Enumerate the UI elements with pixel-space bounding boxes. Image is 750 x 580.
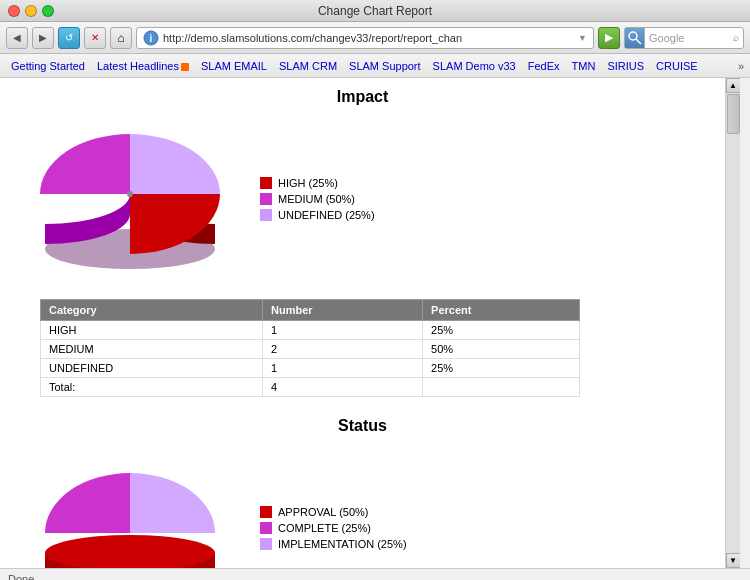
legend-item-undefined: UNDEFINED (25%) [260, 209, 375, 221]
nav-sirius[interactable]: SIRIUS [602, 58, 649, 74]
svg-point-5 [127, 191, 133, 197]
svg-line-3 [636, 39, 641, 44]
impact-title: Impact [20, 88, 705, 106]
address-text: http://demo.slamsolutions.com/changev33/… [163, 32, 574, 44]
legend-color-high [260, 177, 272, 189]
back-button[interactable]: ◀ [6, 27, 28, 49]
nav-slam-email[interactable]: SLAM EMAIL [196, 58, 272, 74]
row-total-percent [423, 378, 580, 397]
legend-item-implementation: IMPLEMENTATION (25%) [260, 538, 407, 550]
close-button[interactable] [8, 5, 20, 17]
browser-toolbar: ◀ ▶ ↺ ✕ ⌂ i http://demo.slamsolutions.co… [0, 22, 750, 54]
legend-item-complete: COMPLETE (25%) [260, 522, 407, 534]
legend-item-approval: APPROVAL (50%) [260, 506, 407, 518]
row-medium-category: MEDIUM [41, 340, 263, 359]
table-row: HIGH 1 25% [41, 321, 580, 340]
nav-bar: Getting Started Latest Headlines SLAM EM… [0, 54, 750, 78]
col-percent: Percent [423, 300, 580, 321]
window-title: Change Chart Report [318, 4, 432, 18]
maximize-button[interactable] [42, 5, 54, 17]
row-medium-number: 2 [262, 340, 422, 359]
scroll-down-button[interactable]: ▼ [726, 553, 741, 568]
forward-button[interactable]: ▶ [32, 27, 54, 49]
nav-latest-headlines[interactable]: Latest Headlines [92, 58, 194, 74]
legend-color-implementation [260, 538, 272, 550]
status-text: Done [8, 573, 34, 581]
status-bar: Done [0, 568, 750, 580]
legend-label-medium: MEDIUM (50%) [278, 193, 355, 205]
col-number: Number [262, 300, 422, 321]
impact-pie-chart [20, 114, 240, 284]
col-category: Category [41, 300, 263, 321]
home-button[interactable]: ⌂ [110, 27, 132, 49]
row-high-percent: 25% [423, 321, 580, 340]
row-undefined-number: 1 [262, 359, 422, 378]
search-engine-icon [625, 28, 645, 48]
table-row: MEDIUM 2 50% [41, 340, 580, 359]
scroll-up-button[interactable]: ▲ [726, 78, 741, 93]
scrollbar[interactable]: ▲ ▼ [725, 78, 740, 568]
legend-color-complete [260, 522, 272, 534]
main-content: Impact [0, 78, 725, 568]
row-undefined-category: UNDEFINED [41, 359, 263, 378]
row-total-label: Total: [41, 378, 263, 397]
row-high-category: HIGH [41, 321, 263, 340]
refresh-button[interactable]: ↺ [58, 27, 80, 49]
status-pie-chart [20, 443, 240, 568]
legend-color-medium [260, 193, 272, 205]
search-bar[interactable]: Google ⌕ [624, 27, 744, 49]
address-icon: i [143, 30, 159, 46]
legend-item-high: HIGH (25%) [260, 177, 375, 189]
address-dropdown[interactable]: ▼ [578, 33, 587, 43]
nav-getting-started[interactable]: Getting Started [6, 58, 90, 74]
impact-table: Category Number Percent HIGH 1 25% MEDIU… [40, 299, 580, 397]
status-legend: APPROVAL (50%) COMPLETE (25%) IMPLEMENTA… [260, 506, 407, 550]
svg-text:i: i [150, 33, 153, 44]
legend-color-approval [260, 506, 272, 518]
window-controls [8, 5, 54, 17]
table-header-row: Category Number Percent [41, 300, 580, 321]
go-button[interactable]: ▶ [598, 27, 620, 49]
status-title: Status [20, 417, 705, 435]
search-input[interactable]: Google [645, 32, 729, 44]
row-medium-percent: 50% [423, 340, 580, 359]
nav-slam-crm[interactable]: SLAM CRM [274, 58, 342, 74]
nav-slam-demo[interactable]: SLAM Demo v33 [428, 58, 521, 74]
address-bar[interactable]: i http://demo.slamsolutions.com/changev3… [136, 27, 594, 49]
impact-legend: HIGH (25%) MEDIUM (50%) UNDEFINED (25%) [260, 177, 375, 221]
nav-fedex[interactable]: FedEx [523, 58, 565, 74]
nav-cruise[interactable]: CRUISE [651, 58, 703, 74]
svg-point-2 [629, 32, 637, 40]
impact-chart-container: HIGH (25%) MEDIUM (50%) UNDEFINED (25%) [20, 114, 705, 284]
title-bar: Change Chart Report [0, 0, 750, 22]
legend-label-implementation: IMPLEMENTATION (25%) [278, 538, 407, 550]
legend-label-undefined: UNDEFINED (25%) [278, 209, 375, 221]
status-chart-container: APPROVAL (50%) COMPLETE (25%) IMPLEMENTA… [20, 443, 705, 568]
legend-item-medium: MEDIUM (50%) [260, 193, 375, 205]
legend-label-approval: APPROVAL (50%) [278, 506, 368, 518]
minimize-button[interactable] [25, 5, 37, 17]
row-total-number: 4 [262, 378, 422, 397]
table-row: UNDEFINED 1 25% [41, 359, 580, 378]
scroll-thumb[interactable] [727, 94, 740, 134]
search-go-button[interactable]: ⌕ [729, 32, 743, 43]
row-high-number: 1 [262, 321, 422, 340]
scroll-track[interactable] [726, 93, 741, 553]
nav-slam-support[interactable]: SLAM Support [344, 58, 426, 74]
nav-tmn[interactable]: TMN [567, 58, 601, 74]
table-row-total: Total: 4 [41, 378, 580, 397]
legend-label-high: HIGH (25%) [278, 177, 338, 189]
nav-more-button[interactable]: » [738, 60, 744, 72]
content-area: Impact [0, 78, 740, 568]
stop-button[interactable]: ✕ [84, 27, 106, 49]
row-undefined-percent: 25% [423, 359, 580, 378]
legend-color-undefined [260, 209, 272, 221]
legend-label-complete: COMPLETE (25%) [278, 522, 371, 534]
